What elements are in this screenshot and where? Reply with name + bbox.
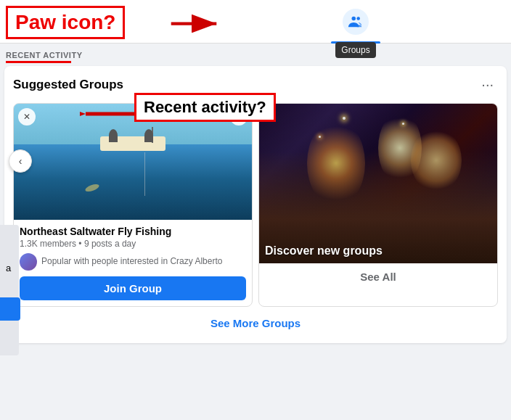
underwater	[14, 179, 252, 220]
groups-icon	[343, 9, 369, 35]
card-header: Suggested Groups ···	[13, 75, 498, 94]
recent-activity-section: RECENT ACTIVITY	[0, 44, 511, 66]
partial-blue-button[interactable]	[0, 297, 20, 321]
discover-title: Discover new groups	[265, 244, 491, 258]
discover-groups-card: Discover new groups See All	[258, 103, 498, 307]
image-overlay	[259, 104, 497, 263]
groups-tooltip: Groups	[335, 42, 375, 58]
partial-card-left	[0, 225, 19, 355]
group-card-fishing: ✕ ✕ Northeast Saltwater Fly Fishing 1.3K…	[13, 103, 253, 307]
red-arrow-left-svg	[80, 103, 138, 125]
arrow-recent-left	[80, 103, 138, 128]
person2	[144, 129, 153, 142]
join-group-button[interactable]: Join Group	[20, 276, 246, 300]
discover-image: Discover new groups	[259, 104, 497, 263]
arrow-paw-right	[167, 13, 225, 35]
annotation-recent-box: Recent activity?	[134, 93, 276, 122]
group-popular-row: Popular with people interested in Crazy …	[20, 253, 246, 271]
see-more-groups-link[interactable]: See More Groups	[210, 317, 301, 329]
dismiss-button-left[interactable]: ✕	[18, 108, 36, 125]
see-more-row: See More Groups	[13, 307, 498, 334]
recent-activity-label: RECENT ACTIVITY	[6, 51, 505, 59]
discover-footer: See All	[259, 263, 497, 290]
annotation-paw-box: Paw icon?	[6, 6, 125, 39]
svg-point-0	[352, 16, 356, 20]
group-name: Northeast Saltwater Fly Fishing	[20, 226, 246, 237]
person1	[109, 129, 118, 142]
groups-scroll-wrapper: ‹	[13, 103, 498, 307]
svg-point-2	[357, 17, 360, 20]
group-meta: 1.3K members • 9 posts a day	[20, 239, 246, 249]
more-options-button[interactable]: ···	[477, 75, 498, 94]
red-arrow-right-svg	[167, 13, 225, 35]
group-popular-text: Popular with people interested in Crazy …	[41, 256, 222, 268]
card-title: Suggested Groups	[13, 78, 123, 92]
avatar-image	[20, 253, 37, 271]
recent-activity-underline	[6, 61, 71, 63]
fishing-line	[144, 152, 145, 196]
see-all-link[interactable]: See All	[265, 271, 491, 283]
groups-scroll-area: ✕ ✕ Northeast Saltwater Fly Fishing 1.3K…	[13, 103, 498, 307]
partial-text-a: a	[6, 263, 11, 273]
group-card-body: Northeast Saltwater Fly Fishing 1.3K mem…	[14, 220, 252, 306]
groups-svg-icon	[348, 14, 364, 30]
group-avatar	[20, 253, 37, 271]
groups-nav-tab[interactable]: Groups	[331, 9, 380, 35]
scroll-left-button[interactable]: ‹	[9, 149, 32, 173]
